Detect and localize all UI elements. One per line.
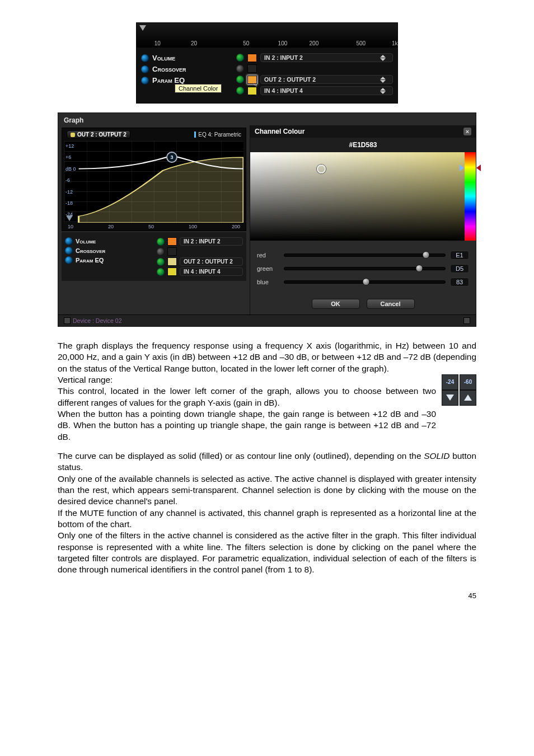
paragraph: The curve can be displayed as solid (fil… [58, 450, 476, 576]
power-icon[interactable] [141, 77, 149, 84]
filter-node-number: 3 [170, 154, 173, 160]
slider-value[interactable]: D5 [450, 264, 469, 273]
scroll-left-icon[interactable] [64, 317, 71, 324]
colour-swatch[interactable] [247, 87, 257, 95]
colour-swatch[interactable] [167, 267, 177, 276]
range-value: -24 [442, 374, 458, 390]
slider-green: green D5 [257, 264, 469, 273]
screenshot-channel-color-tooltip: 10 20 50 100 200 500 1k Volume Crossover [136, 22, 398, 104]
tab-crossover[interactable]: Crossover [76, 247, 105, 254]
x-tick: 50 [148, 224, 154, 229]
x-tick: 200 [232, 224, 240, 229]
slider-blue: blue 83 [257, 278, 469, 287]
cancel-button[interactable]: Cancel [367, 299, 415, 309]
slider-red: red E1 [257, 251, 469, 260]
vertical-range-button[interactable] [66, 215, 73, 221]
hue-pointer-icon [476, 165, 481, 171]
triangle-down-icon [442, 390, 458, 406]
slider-value[interactable]: 83 [450, 278, 469, 287]
channel-item-in2[interactable]: IN 2 : INPUT 2 [260, 53, 393, 62]
x-tick: 20 [108, 224, 114, 229]
channel-toggle-icon[interactable] [236, 54, 244, 62]
channel-label: OUT 2 : OUTPUT 2 [184, 259, 233, 265]
power-icon[interactable] [65, 256, 73, 264]
scroll-right-icon[interactable] [463, 317, 470, 324]
saturation-lightness-picker[interactable] [250, 152, 465, 241]
channel-toggle-icon[interactable] [236, 87, 244, 95]
slider-label: red [257, 252, 279, 259]
colour-swatch[interactable] [247, 64, 257, 73]
close-icon[interactable]: × [463, 128, 471, 135]
hue-slider[interactable] [465, 152, 476, 241]
tab-crossover[interactable]: Crossover [152, 65, 186, 73]
slider-label: green [257, 265, 279, 272]
active-channel-badge[interactable]: OUT 2 : OUTPUT 2 [67, 130, 130, 139]
power-icon[interactable] [65, 237, 73, 245]
tooltip-channel-color: Channel Color [175, 84, 222, 93]
slider-track[interactable] [284, 267, 446, 270]
slider-value[interactable]: E1 [450, 251, 469, 260]
channel-label: OUT 2 : OUTPUT 2 [264, 76, 316, 83]
heading-vertical-range: Vertical range: [58, 375, 113, 384]
power-icon[interactable] [141, 65, 149, 73]
hue-pointer-icon [460, 165, 464, 171]
channel-item-out2[interactable]: OUT 2 : OUTPUT 2 [260, 75, 393, 84]
channel-item-in2[interactable]: IN 2 : INPUT 2 [180, 237, 243, 246]
active-channel-label: OUT 2 : OUTPUT 2 [77, 132, 127, 138]
colour-swatch[interactable] [167, 247, 177, 256]
channel-toggle-icon[interactable] [236, 76, 244, 83]
status-device: Device : Device 02 [73, 317, 461, 324]
range-value: -60 [460, 374, 476, 390]
graph-pane: OUT 2 : OUTPUT 2 EQ 4: Parametric +12 +6… [58, 125, 250, 314]
slider-knob[interactable] [423, 252, 429, 258]
slider-track[interactable] [284, 280, 446, 284]
channel-item-in4[interactable]: IN 4 : INPUT 4 [180, 267, 243, 276]
tick-label: 10 [154, 40, 161, 46]
channel-toggle-icon[interactable] [157, 248, 165, 256]
colour-swatch[interactable] [167, 237, 177, 246]
x-tick: 10 [68, 224, 73, 229]
tick-label: 100 [278, 40, 288, 46]
tab-volume[interactable]: Volume [76, 238, 96, 245]
graph-x-axis: 10 20 50 100 200 500 1k [137, 23, 397, 48]
channel-label: IN 2 : INPUT 2 [264, 54, 303, 61]
channel-toggle-icon[interactable] [157, 238, 165, 246]
page-number: 45 [58, 591, 476, 600]
power-icon[interactable] [141, 54, 149, 62]
panel-title: Graph [64, 116, 83, 124]
colour-swatch[interactable] [167, 257, 177, 266]
colour-cursor[interactable] [317, 165, 326, 173]
channel-toggle-icon[interactable] [236, 65, 244, 73]
power-icon[interactable] [65, 247, 73, 255]
tick-label: 500 [356, 40, 366, 46]
tick-label: 1k [392, 40, 398, 46]
solid-button-name: SOLID [424, 451, 449, 461]
collapse-icon[interactable] [139, 25, 146, 31]
x-tick: 100 [189, 224, 197, 229]
tab-volume[interactable]: Volume [152, 54, 175, 62]
active-filter-badge: EQ 4: Parametric [194, 132, 241, 138]
tick-label: 20 [191, 40, 197, 46]
channel-item-in4[interactable]: IN 4 : INPUT 4 [260, 86, 393, 95]
channel-toggle-icon[interactable] [157, 258, 165, 266]
colour-swatch[interactable] [247, 76, 257, 84]
channel-label: IN 4 : INPUT 4 [264, 87, 303, 94]
colour-swatch[interactable] [247, 54, 257, 62]
paragraph: This control, located in the lower left … [58, 386, 436, 407]
channel-toggle-icon[interactable] [157, 268, 165, 276]
colour-hex-value[interactable]: #E1D583 [250, 138, 476, 152]
channel-colour-dialog: Channel Colour × #E1D583 red [250, 125, 476, 314]
tab-param-eq[interactable]: Param EQ [76, 257, 104, 264]
eq-curves [64, 141, 243, 223]
ok-button[interactable]: OK [312, 299, 360, 309]
eq-plot[interactable]: +12 +6 dB 0 -6 -12 -18 -24 3 [64, 141, 243, 223]
triangle-up-icon [460, 390, 476, 406]
channel-item-out2[interactable]: OUT 2 : OUTPUT 2 [180, 257, 243, 266]
filter-node[interactable]: 3 [166, 152, 177, 163]
slider-track[interactable] [284, 253, 446, 257]
slider-knob[interactable] [416, 265, 423, 271]
tick-label: 200 [310, 40, 319, 46]
tab-param-eq[interactable]: Param EQ [152, 76, 185, 84]
paragraph: The graph displays the frequency respons… [58, 340, 476, 374]
slider-knob[interactable] [363, 279, 369, 285]
